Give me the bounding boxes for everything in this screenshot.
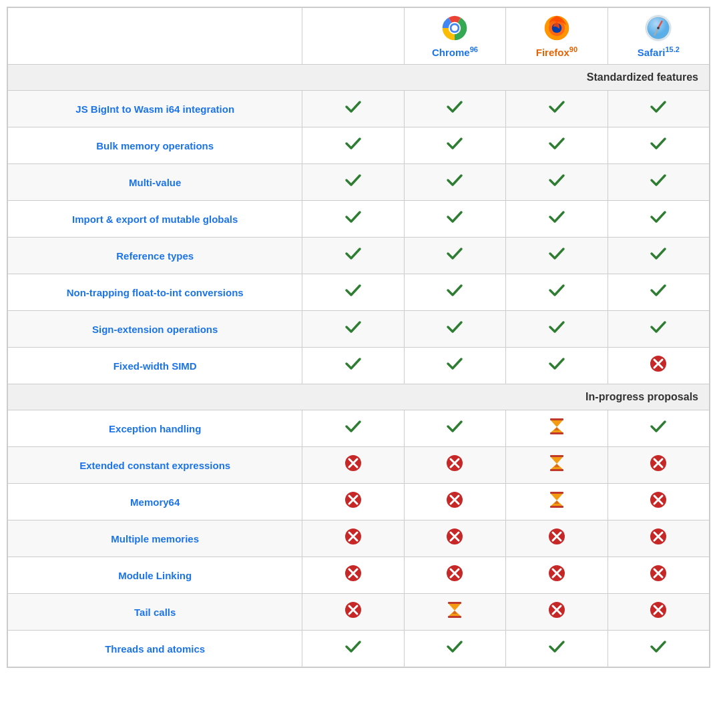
feature-name: Multi-value [8,164,302,201]
cross-icon [344,490,363,513]
svg-rect-18 [550,432,563,434]
check-icon [445,354,464,377]
cross-icon [344,601,363,623]
check-icon [445,244,464,267]
check-icon [547,171,566,194]
table-row: Tail calls [8,594,710,631]
check-icon [445,208,464,230]
table-row: JS BigInt to Wasm i64 integration [8,91,710,127]
check-icon [649,281,668,304]
firefox-cell [506,164,608,201]
cross-icon [445,564,464,587]
safari-cell [608,520,709,557]
table-row: Module Linking [8,557,710,594]
chrome-cell [404,631,505,667]
check-icon [445,171,464,194]
chrome-cell [404,447,505,484]
your-browser-cell [302,631,404,667]
hourglass-icon [445,601,464,623]
check-icon [547,97,566,120]
firefox-icon [542,13,571,43]
check-icon [344,281,363,304]
chrome-version: 96 [470,45,478,53]
safari-header: Safari15.2 [608,8,709,65]
cross-icon [649,527,668,550]
svg-point-4 [452,25,458,31]
firefox-cell [506,238,608,274]
feature-name: JS BigInt to Wasm i64 integration [8,91,302,127]
svg-point-13 [657,27,660,29]
firefox-cell [506,201,608,238]
section-header-row: In-progress proposals [8,384,710,410]
firefox-version: 90 [569,45,577,53]
check-icon [547,244,566,267]
safari-cell [608,447,709,484]
chrome-cell [404,201,505,238]
firefox-cell [506,484,608,520]
feature-name: Module Linking [8,557,302,594]
your-browser-cell [302,164,404,201]
svg-rect-68 [448,602,461,604]
your-browser-header [302,8,404,65]
check-icon [445,637,464,660]
safari-cell [608,348,709,384]
cross-icon [649,564,668,587]
firefox-cell [506,631,608,667]
your-browser-cell [302,520,404,557]
check-icon [649,97,668,120]
your-browser-cell [302,127,404,164]
firefox-cell [506,557,608,594]
check-icon [649,417,668,440]
check-icon [344,417,363,440]
chrome-cell [404,348,505,384]
cross-icon [649,490,668,513]
your-browser-cell [302,410,404,447]
svg-rect-37 [550,506,563,508]
cross-icon [547,564,566,587]
chrome-icon [440,13,469,43]
safari-label: Safari15.2 [638,47,680,58]
your-browser-cell [302,348,404,384]
chrome-cell [404,484,505,520]
table-row: Reference types [8,238,710,274]
table-row: Multiple memories [8,520,710,557]
cross-icon [344,564,363,587]
cross-icon [649,454,668,476]
cross-icon [445,527,464,550]
section-title: In-progress proposals [8,384,710,410]
check-icon [445,97,464,120]
check-icon [649,318,668,340]
check-icon [547,354,566,377]
table-row: Bulk memory operations [8,127,710,164]
cross-icon [344,454,363,476]
svg-rect-69 [448,616,461,618]
cross-icon [547,527,566,550]
safari-cell [608,201,709,238]
firefox-cell [506,91,608,127]
safari-cell [608,238,709,274]
check-icon [649,637,668,660]
safari-cell [608,91,709,127]
table-row: Memory64 [8,484,710,520]
feature-name: Sign-extension operations [8,311,302,348]
feature-name: Fixed-width SIMD [8,348,302,384]
feature-name: Tail calls [8,594,302,631]
chrome-cell [404,127,505,164]
feature-column-header [8,8,302,65]
check-icon [344,208,363,230]
check-icon [344,171,363,194]
check-icon [344,318,363,340]
hourglass-icon [547,417,566,440]
feature-name: Extended constant expressions [8,447,302,484]
your-browser-cell [302,274,404,311]
your-browser-cell [302,238,404,274]
check-icon [649,244,668,267]
table-row: Multi-value [8,164,710,201]
table-row: Sign-extension operations [8,311,710,348]
chrome-cell [404,164,505,201]
chrome-cell [404,274,505,311]
feature-name: Bulk memory operations [8,127,302,164]
chrome-label: Chrome96 [432,47,478,58]
cross-icon [344,527,363,550]
check-icon [344,97,363,120]
